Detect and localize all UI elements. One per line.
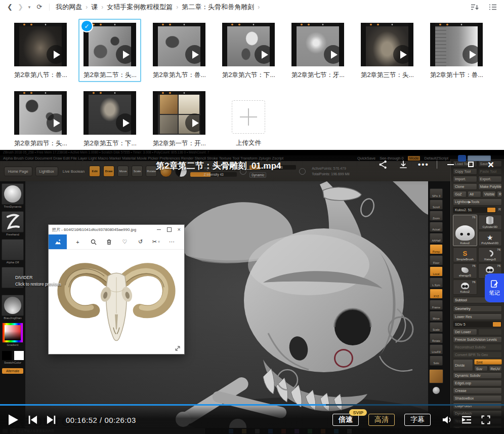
all-button: All (468, 191, 481, 198)
tool-kulou2-76: 76Kulou2 (453, 280, 477, 295)
video-thumbnail[interactable] (14, 91, 67, 135)
file-card[interactable]: 第2章第五节：下... (83, 91, 136, 148)
file-card-selected[interactable]: ✓ 第2章第二节：头... (83, 23, 136, 80)
thumb-toolbar-strip (435, 23, 478, 26)
thumb-toolbar-strip (227, 23, 270, 26)
fullscreen-button[interactable] (479, 413, 492, 427)
thumb-toolbar-strip (89, 91, 131, 95)
file-card[interactable]: 第2章第六节：下... (222, 23, 275, 80)
material-square-icon (429, 369, 443, 383)
zoom-icon (86, 239, 101, 245)
file-card[interactable]: 第2章第八节：兽... (14, 23, 67, 80)
hd-quality-button[interactable]: 高清 (368, 414, 395, 426)
file-name: 第2章第一节：开... (153, 139, 205, 148)
video-player: ZBrush 2018 05_258 • Free Mem 17.238GB •… (0, 150, 504, 434)
share-button[interactable] (373, 160, 393, 170)
persp-button: Persp (430, 244, 443, 254)
volume-button[interactable] (440, 413, 454, 427)
convert-bpr-button: Convert BPR To Geo (453, 351, 502, 358)
sort-icon[interactable] (471, 4, 479, 11)
s-brush-icon: S (463, 250, 467, 257)
goz-button: GoZ (453, 191, 467, 198)
maximize-button[interactable] (460, 162, 481, 167)
list-view-icon[interactable] (489, 4, 497, 11)
edgeloop-button: EdgeLoop (453, 380, 502, 386)
thumb-toolbar-strip (297, 23, 339, 26)
del-higher-button (478, 329, 502, 335)
history-dropdown-icon[interactable]: ▾ (28, 0, 31, 14)
file-card[interactable]: 第2章第一节：开... (153, 91, 205, 148)
file-name: 第2章第九节：兽... (153, 71, 205, 80)
video-thumbnail[interactable] (153, 91, 205, 135)
tooltip-text: Click to restore previous (15, 281, 61, 288)
reconstruct-subdiv-button: Reconstruct Subdiv (453, 344, 502, 350)
play-button[interactable] (6, 413, 20, 427)
delete-icon (101, 239, 117, 245)
video-thumbnail[interactable]: ✓ (83, 23, 136, 66)
skull-icon (455, 225, 475, 241)
solo-button: Solo (430, 356, 443, 366)
breadcrumb-separator: › (176, 4, 178, 11)
breadcrumb-folder-3[interactable]: 第二章：头骨和兽角雕刻 (182, 3, 254, 12)
file-name: 第2章第五节：下... (83, 139, 136, 148)
previous-button[interactable] (25, 413, 39, 427)
view-options (471, 4, 497, 11)
play-overlay-icon (463, 45, 481, 64)
thumb-toolbar-strip (366, 23, 408, 26)
note-button[interactable]: 笔记 (485, 273, 504, 302)
maximize-icon (167, 227, 172, 232)
video-thumbnail[interactable] (83, 91, 136, 135)
more-button[interactable]: ••• (413, 160, 434, 169)
file-name: 第2章第六节：下... (222, 71, 275, 80)
breadcrumb-folder-1[interactable]: 课 (91, 3, 98, 12)
video-surface[interactable]: ZBrush 2018 05_258 • Free Mem 17.238GB •… (0, 150, 504, 434)
dynamic-subdiv-button: Dynamic Subdiv (453, 372, 502, 379)
video-thumbnail[interactable] (153, 23, 205, 66)
upload-tile[interactable]: 上传文件 (222, 91, 275, 148)
breadcrumb-my-drive[interactable]: 我的网盘 (56, 3, 82, 12)
video-thumbnail[interactable] (430, 23, 483, 66)
ram-skull-photo (56, 253, 177, 350)
subtitle-button[interactable]: 字幕 (404, 414, 431, 426)
speed-button[interactable]: 倍速SVIP (332, 414, 359, 426)
breadcrumb-separator: › (258, 4, 260, 11)
thumb-toolbar-strip (158, 23, 200, 26)
selected-check-icon[interactable]: ✓ (80, 20, 93, 32)
playlist-button[interactable] (459, 413, 473, 427)
close-button[interactable]: × (481, 159, 501, 170)
file-card[interactable]: 第2章第十节：兽... (430, 23, 483, 80)
file-grid: 第2章第八节：兽... ✓ 第2章第二节：头... 第2章第九节：兽... 第2… (0, 14, 504, 148)
tool-cylinder3d: Cylinder3D (478, 215, 502, 230)
download-button[interactable] (393, 160, 413, 170)
file-card[interactable]: 第2章第三节：头... (361, 23, 413, 80)
file-card[interactable]: 第2章第九节：兽... (153, 23, 205, 80)
breadcrumb-folder-2[interactable]: 女猎手案例教程模型篇 (107, 3, 173, 12)
next-button[interactable] (45, 413, 58, 427)
video-thumbnail[interactable] (14, 23, 67, 66)
upload-plus-box[interactable] (232, 100, 265, 134)
play-overlay-icon (185, 113, 204, 132)
divider (437, 161, 437, 169)
file-name: 第2章第八节：兽... (14, 71, 67, 80)
minimize-button[interactable] (440, 164, 460, 165)
video-thumbnail[interactable] (291, 23, 344, 66)
thumb-toolbar-strip (158, 91, 200, 95)
file-card[interactable]: 第2章第四节：头... (14, 91, 67, 148)
swatch-label: SwatchColor (4, 361, 21, 365)
lower-res-button: Lower Res (453, 313, 502, 320)
scale-button: Scale (430, 322, 443, 332)
top-navigation-bar: ❮ ❯ ▾ ⟳ 我的网盘 › 课 › 女猎手案例教程模型篇 › 第二章：头骨和兽… (0, 0, 504, 14)
brush-trimdynamic (2, 183, 24, 205)
forward-button[interactable]: ❯ (18, 0, 23, 14)
plus-icon (240, 108, 257, 126)
video-thumbnail[interactable] (222, 23, 275, 66)
player-header: 第2章第二节：头骨雕刻_01.mp4 ••• × (0, 150, 504, 185)
play-overlay-icon (116, 113, 135, 132)
play-overlay-icon (255, 45, 273, 64)
hoof-icon (461, 267, 469, 273)
video-thumbnail[interactable] (361, 23, 413, 66)
refresh-button[interactable]: ⟳ (36, 0, 42, 14)
back-button[interactable]: ❮ (7, 0, 13, 14)
add-icon: + (70, 239, 86, 245)
file-card[interactable]: 第2章第七节：牙... (291, 23, 344, 80)
